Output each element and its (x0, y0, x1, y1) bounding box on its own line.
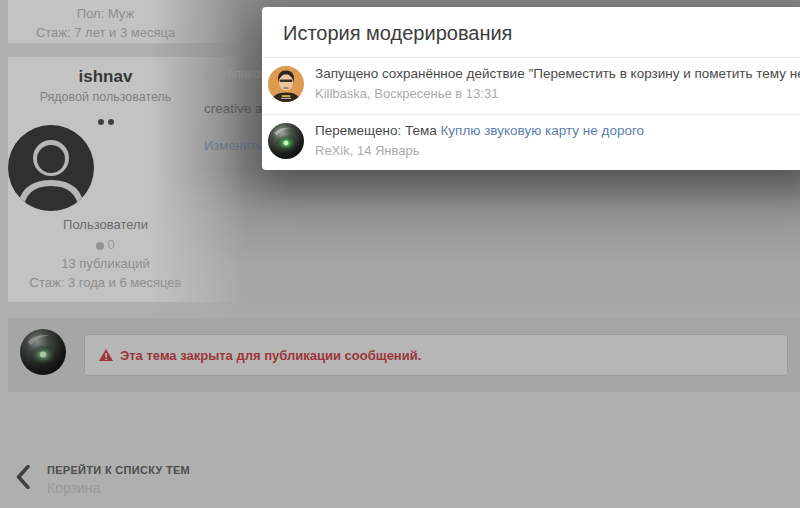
closed-topic-message: Эта тема закрыта для публикации сообщени… (120, 348, 421, 363)
moderation-entry: Перемещено: Тема Куплю звуковую карту не… (262, 114, 800, 170)
back-to-topic-list[interactable]: ПЕРЕЙТИ К СПИСКУ ТЕМ Корзина (16, 460, 190, 497)
rexik-avatar[interactable] (268, 123, 304, 159)
forum-name-link[interactable]: Корзина (47, 479, 190, 497)
forum-page: Пол: Муж Стаж: 7 лет и 3 месяца ishnav Р… (0, 0, 800, 508)
moderation-entry-byline: Killbaska, Воскресенье в 13:31 (315, 86, 800, 102)
back-to-list-label[interactable]: ПЕРЕЙТИ К СПИСКУ ТЕМ (47, 460, 190, 477)
chevron-left-icon[interactable] (16, 465, 30, 489)
sphere-avatar-icon (20, 329, 66, 375)
moved-prefix: Перемещено: Тема (315, 123, 440, 138)
moved-topic-link[interactable]: Куплю звуковую карту не дорого (440, 123, 644, 138)
killbaska-avatar[interactable] (268, 66, 304, 102)
moderation-entry: Запущено сохранённое действие "Перемести… (262, 57, 800, 114)
moderation-entry-byline: ReXik, 14 Январь (315, 143, 644, 159)
closed-topic-notice: Эта тема закрыта для публикации сообщени… (84, 334, 788, 376)
post-content-snippet: creative au (204, 101, 270, 116)
moderation-action-text: Запущено сохранённое действие "Перемести… (315, 65, 800, 83)
closed-topic-row: Эта тема закрыта для публикации сообщени… (8, 318, 800, 392)
warning-triangle-icon (99, 349, 113, 361)
reputation-pip-icon (108, 119, 114, 125)
dialog-title: История модерирования (262, 7, 800, 57)
moderation-action-text: Перемещено: Тема Куплю звуковую карту не… (315, 122, 644, 140)
edit-post-link[interactable]: Изменить (204, 138, 263, 153)
rexik-sphere-avatar-icon (268, 123, 304, 159)
reputation-dot-icon (96, 242, 104, 250)
current-user-avatar (20, 329, 66, 375)
reputation-pip-icon (98, 119, 104, 125)
reputation-count: 0 (107, 237, 114, 252)
default-person-avatar-icon (8, 125, 94, 211)
moderation-history-dialog: История модерирования (262, 7, 800, 170)
killbaska-avatar-icon (268, 66, 304, 102)
